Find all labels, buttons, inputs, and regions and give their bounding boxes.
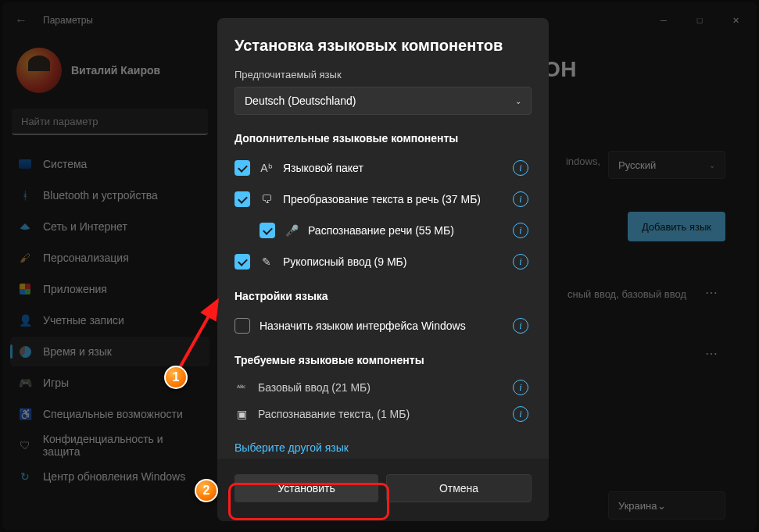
option-label: Языковой пакет: [283, 162, 363, 174]
option-label: Распознавание речи (55 МБ): [308, 224, 454, 237]
preferred-language-label: Предпочитаемый язык: [235, 69, 532, 80]
cancel-button[interactable]: Отмена: [386, 474, 532, 502]
chevron-down-icon: ⌄: [515, 97, 521, 105]
select-value: Deutsch (Deutschland): [245, 95, 356, 107]
required-label: Распознавание текста, (1 МБ): [258, 408, 410, 420]
checkbox-checked[interactable]: [260, 223, 275, 238]
handwriting-icon: ✎: [260, 255, 274, 268]
option-language-pack[interactable]: Aᵇ Языковой пакет i: [235, 152, 532, 184]
section-optional-features: Дополнительные языковые компоненты: [235, 132, 532, 145]
basic-typing-icon: ᴬᴮᶜ: [235, 384, 249, 392]
install-language-modal: Установка языковых компонентов Предпочит…: [217, 18, 549, 521]
required-label: Базовый ввод (21 МБ): [258, 381, 371, 394]
language-pack-icon: Aᵇ: [260, 162, 274, 174]
option-speech-recognition[interactable]: 🎤 Распознавание речи (55 МБ) i: [235, 215, 532, 246]
ocr-icon: ▣: [235, 408, 249, 420]
settings-window: ← Параметры ─ □ ✕ Виталий Каиров Система…: [2, 2, 757, 530]
option-label: Преобразование текста в речь (37 МБ): [283, 193, 481, 205]
info-icon[interactable]: i: [513, 191, 528, 207]
info-icon[interactable]: i: [513, 406, 528, 422]
checkbox-checked[interactable]: [235, 254, 250, 270]
option-handwriting[interactable]: ✎ Рукописный ввод (9 МБ) i: [235, 246, 532, 277]
option-label: Назначить языком интерфейса Windows: [260, 320, 466, 332]
modal-footer: Установить Отмена: [217, 459, 549, 521]
tts-icon: 🗨: [260, 193, 274, 205]
choose-another-language-link[interactable]: Выберите другой язык: [235, 441, 349, 454]
checkbox-checked[interactable]: [235, 191, 250, 207]
info-icon[interactable]: i: [513, 380, 528, 395]
option-display-language[interactable]: Назначить языком интерфейса Windows i: [235, 310, 532, 341]
option-tts[interactable]: 🗨 Преобразование текста в речь (37 МБ) i: [235, 184, 532, 215]
install-button[interactable]: Установить: [235, 474, 378, 502]
section-language-settings: Настройки языка: [235, 290, 532, 302]
info-icon[interactable]: i: [513, 254, 528, 270]
required-ocr: ▣ Распознавание текста, (1 МБ) i: [235, 401, 532, 427]
required-basic-typing: ᴬᴮᶜ Базовый ввод (21 МБ) i: [235, 374, 532, 401]
modal-title: Установка языковых компонентов: [235, 37, 532, 55]
microphone-icon: 🎤: [285, 224, 299, 237]
option-label: Рукописный ввод (9 МБ): [283, 255, 406, 268]
info-icon[interactable]: i: [513, 318, 528, 334]
info-icon[interactable]: i: [513, 160, 528, 176]
preferred-language-select[interactable]: Deutsch (Deutschland) ⌄: [235, 87, 532, 115]
section-required-features: Требуемые языковые компоненты: [235, 354, 532, 366]
checkbox-checked[interactable]: [235, 160, 250, 176]
info-icon[interactable]: i: [513, 223, 528, 238]
checkbox-unchecked[interactable]: [235, 318, 250, 334]
